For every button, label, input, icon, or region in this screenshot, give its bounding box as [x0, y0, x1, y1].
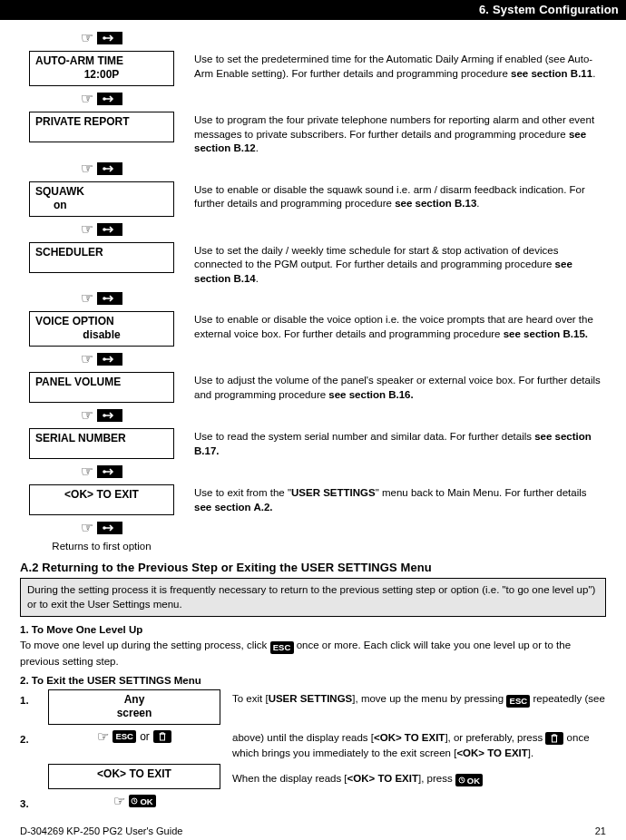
ok-button-icon: OK — [129, 795, 156, 807]
step1-text: To exit [USER SETTINGS], move up the men… — [232, 689, 606, 708]
menu-description: Use to exit from the "USER SETTINGS" men… — [194, 484, 606, 514]
step-number: 2. — [20, 728, 36, 745]
menu-screen: PRIVATE REPORT — [29, 112, 174, 142]
menu-screen: VOICE OPTIONdisable — [29, 311, 174, 347]
sub1-text: To move one level up during the setting … — [20, 638, 606, 669]
hand-arrow-icon: ☞ — [81, 350, 122, 368]
a2-intro-box: During the setting process it is frequen… — [20, 578, 606, 617]
any-screen-box: Anyscreen — [48, 689, 220, 725]
svg-point-1 — [103, 97, 106, 101]
delete-button-icon — [153, 730, 171, 743]
step2-press: ☞ ESC or — [97, 728, 171, 745]
ok-to-exit-screen: <OK> TO EXIT — [48, 764, 220, 789]
step2-text: above) until the display reads [<OK> TO … — [232, 728, 606, 760]
menu-screen: <OK> TO EXIT — [29, 484, 174, 515]
sub1-heading: 1. To Move One Level Up — [20, 624, 606, 635]
hand-arrow-icon: ☞ — [81, 519, 122, 537]
step3-press: ☞ OK — [113, 793, 156, 809]
esc-button-icon: ESC — [112, 730, 136, 743]
delete-button-icon — [545, 732, 563, 745]
svg-point-4 — [103, 297, 106, 300]
hand-arrow-icon: ☞ — [81, 160, 122, 178]
hand-arrow-icon: ☞ — [81, 406, 122, 425]
hand-arrow-icon: ☞ — [81, 220, 122, 239]
svg-rect-10 — [553, 736, 557, 742]
step3-text: When the display reads [<OK> TO EXIT], p… — [232, 764, 606, 786]
esc-button-icon: ESC — [270, 641, 294, 654]
svg-point-2 — [103, 167, 106, 171]
menu-screen: SCHEDULER — [29, 242, 174, 273]
svg-rect-9 — [160, 734, 164, 740]
svg-point-0 — [103, 36, 106, 40]
chapter-header: 6. System Configuration — [0, 0, 626, 20]
svg-point-8 — [103, 526, 106, 530]
menu-screen: PANEL VOLUME — [29, 372, 174, 403]
menu-screen: AUTO-ARM TIME12:00P — [29, 51, 174, 86]
hand-arrow-icon: ☞ — [81, 90, 122, 108]
step-number — [20, 764, 36, 769]
section-a2-title: A.2 Returning to the Previous Step or Ex… — [20, 561, 606, 574]
svg-point-7 — [103, 470, 106, 474]
menu-description: Use to set the predetermined time for th… — [194, 51, 606, 81]
esc-button-icon: ESC — [506, 695, 530, 708]
step-number: 3. — [20, 793, 36, 809]
ok-button-icon: OK — [455, 774, 483, 786]
footer-doc-id: D-304269 KP-250 PG2 User's Guide — [20, 825, 182, 836]
hand-arrow-icon: ☞ — [81, 29, 122, 47]
sub2-heading: 2. To Exit the USER SETTINGS Menu — [20, 675, 606, 686]
hand-arrow-icon: ☞ — [81, 289, 122, 308]
svg-point-6 — [103, 414, 106, 417]
menu-screen: SERIAL NUMBER — [29, 428, 174, 459]
menu-description: Use to enable or disable the squawk soun… — [194, 181, 606, 211]
menu-description: Use to program the four private telephon… — [194, 112, 606, 156]
menu-screen: SQUAWKon — [29, 181, 174, 217]
page-number: 21 — [595, 825, 606, 836]
menu-description: Use to read the system serial number and… — [194, 428, 606, 458]
menu-description: Use to adjust the volume of the panel's … — [194, 372, 606, 402]
menu-description: Use to enable or disable the voice optio… — [194, 311, 606, 341]
svg-point-3 — [103, 228, 106, 231]
returns-note: Returns to first option — [20, 541, 183, 552]
menu-description: Use to set the daily / weekly time sched… — [194, 242, 606, 287]
hand-arrow-icon: ☞ — [81, 463, 122, 481]
step-number: 1. — [20, 689, 36, 706]
svg-point-5 — [103, 357, 106, 361]
